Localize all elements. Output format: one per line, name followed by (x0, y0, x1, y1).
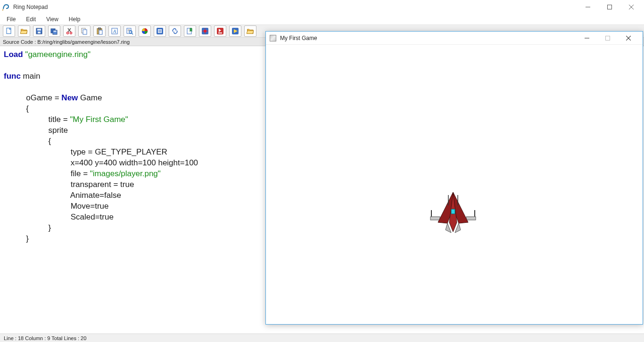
game-canvas[interactable] (266, 45, 643, 324)
close-button[interactable] (620, 0, 642, 14)
code-text: Scaled=true (4, 212, 114, 221)
code-text: sprite (4, 126, 68, 135)
svg-point-13 (67, 32, 69, 34)
game-close-button[interactable] (618, 32, 639, 45)
copy-icon[interactable] (78, 25, 91, 37)
bookmark-icon[interactable] (184, 25, 196, 37)
code-text: type = GE_TYPE_PLAYER (4, 147, 167, 156)
code-text: x=400 y=400 width=100 height=100 (4, 158, 198, 167)
svg-rect-1 (608, 5, 612, 9)
source-path-label: Source Code : B:/ring/ringlibs/gameengin… (3, 39, 130, 45)
code-text: file = (4, 169, 90, 178)
run-icon[interactable] (214, 25, 226, 37)
code-text: { (4, 104, 29, 113)
svg-rect-19 (99, 30, 102, 34)
save-copies-icon[interactable] (48, 25, 60, 37)
svg-rect-6 (37, 29, 41, 31)
game-window-title: My First Game (280, 35, 317, 41)
cut-icon[interactable] (63, 25, 75, 37)
menu-view[interactable]: View (41, 15, 63, 24)
game-app-icon (270, 35, 276, 41)
font-icon[interactable]: A (108, 25, 121, 37)
open-folder-icon[interactable] (244, 25, 256, 37)
code-text: oGame = (4, 93, 61, 102)
code-text: Animate=false (4, 191, 121, 200)
code-text: } (4, 223, 51, 232)
code-keyword-func: func (4, 72, 21, 81)
game-window-titlebar[interactable]: My First Game (266, 32, 643, 45)
code-string: "My First Game" (70, 115, 128, 124)
window-titlebar: Ring Notepad (0, 0, 644, 14)
code-text: Move=true (4, 202, 109, 211)
menubar: File Edit View Help (0, 14, 644, 24)
code-text: Game (78, 93, 102, 102)
window-title: Ring Notepad (13, 4, 48, 10)
code-text: } (4, 234, 29, 243)
svg-rect-51 (430, 217, 440, 220)
svg-rect-16 (83, 30, 87, 34)
menu-help[interactable]: Help (64, 15, 85, 24)
save-icon[interactable] (33, 25, 45, 37)
code-string: "images/player.png" (90, 169, 161, 178)
code-text: title = (4, 115, 70, 124)
find-icon[interactable] (124, 25, 136, 37)
print-icon[interactable] (154, 25, 166, 37)
svg-point-35 (204, 30, 207, 33)
svg-rect-42 (218, 33, 222, 33)
new-file-icon[interactable] (3, 25, 15, 37)
svg-point-14 (70, 32, 72, 34)
window-controls (577, 0, 642, 14)
app-icon (2, 3, 10, 11)
svg-rect-10 (54, 31, 57, 32)
svg-rect-52 (466, 217, 476, 220)
svg-text:A: A (113, 29, 116, 34)
open-file-icon[interactable] (18, 25, 30, 37)
code-keyword-load: Load (4, 50, 23, 59)
game-minimize-button[interactable] (577, 32, 597, 45)
run-noconsole-icon[interactable] (229, 25, 241, 37)
status-text: Line : 18 Column : 9 Total Lines : 20 (4, 335, 86, 341)
code-text: transparent = true (4, 180, 134, 189)
svg-line-26 (132, 33, 133, 34)
menu-file[interactable]: File (2, 15, 20, 24)
game-window[interactable]: My First Game (265, 31, 643, 325)
code-string: "gameengine.ring" (25, 50, 91, 59)
svg-rect-7 (38, 32, 41, 33)
player-sprite[interactable] (429, 189, 477, 236)
minimize-button[interactable] (577, 0, 599, 14)
debug-icon[interactable] (199, 25, 211, 37)
code-text: main (21, 72, 41, 81)
game-maximize-button[interactable] (597, 32, 618, 45)
link-icon[interactable] (169, 25, 181, 37)
menu-edit[interactable]: Edit (21, 15, 41, 24)
code-keyword-new: New (61, 93, 78, 102)
code-text: { (4, 137, 51, 146)
color-picker-icon[interactable] (139, 25, 151, 37)
statusbar: Line : 18 Column : 9 Total Lines : 20 (0, 334, 644, 342)
svg-rect-58 (451, 209, 455, 214)
paste-icon[interactable] (93, 25, 106, 37)
svg-rect-46 (606, 36, 610, 40)
maximize-button[interactable] (599, 0, 620, 14)
svg-rect-18 (99, 28, 101, 29)
